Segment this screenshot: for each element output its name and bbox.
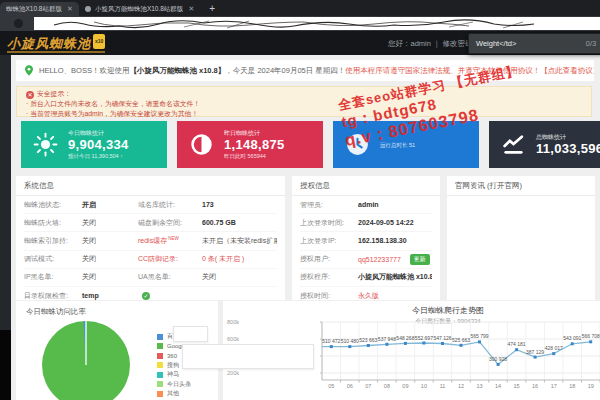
browser-tab-strip: 蜘蛛池X10.8站群版 ✕ 小旋风万能蜘蛛池X10.8站群版 ✕ +	[0, 0, 600, 16]
row-value: 关闭	[82, 254, 134, 264]
panel-title: 系统信息	[16, 176, 285, 196]
browser-tab-2[interactable]: 小旋风万能蜘蛛池X10.8站群版 ✕	[79, 2, 200, 16]
row-label: 蜘蛛防火墙:	[24, 218, 82, 228]
stat-card-label: 今日蜘蛛统计	[68, 129, 129, 138]
row-label: 调试模式:	[24, 254, 82, 264]
svg-text:600k: 600k	[227, 336, 239, 342]
row-value: temp	[82, 292, 134, 299]
row-value: qq512233777	[358, 256, 401, 263]
legend-label: 360	[167, 353, 177, 359]
row-label: redis缓存NEW	[138, 236, 202, 246]
row-label: 授权程序:	[300, 272, 358, 282]
auth-info-rows: 管理员:admin上次登录时间:2024-09-05 14:22上次登录IP:1…	[292, 196, 440, 304]
row-value: 关闭	[202, 272, 216, 282]
panel-title[interactable]: 官网资讯 (打开官网)	[447, 176, 595, 196]
browser-toolbar	[0, 16, 600, 31]
sidebar-strip-lower	[0, 330, 11, 400]
tab-close-icon[interactable]: ✕	[188, 5, 194, 13]
svg-text:12: 12	[458, 383, 464, 389]
extension-icon[interactable]	[14, 19, 23, 28]
legend-item[interactable]: 神马	[157, 370, 191, 380]
protocol-link[interactable]: 【点此查看协议】	[540, 66, 594, 76]
info-row: 蜘蛛池状态:开启域名库统计:173	[24, 196, 277, 214]
site-news-panel: 官网资讯 (打开官网)	[447, 176, 595, 300]
legend-item[interactable]: 其他	[157, 389, 191, 399]
row-label: 授权用户:	[300, 254, 358, 264]
stat-card-label: 总蜘蛛统计	[536, 133, 600, 142]
system-info-panel: 系统信息 蜘蛛池状态:开启域名库统计:173蜘蛛防火墙:关闭磁盘剩余空间:600…	[16, 176, 285, 300]
tab-title: 小旋风万能蜘蛛池X10.8站群版	[95, 5, 184, 14]
logo-version-badge: x10	[93, 34, 105, 49]
find-match-count: 0/3	[586, 39, 596, 48]
row-label: 磁盘剩余空间:	[138, 218, 202, 228]
legend-item[interactable]: 今日头条	[157, 380, 191, 390]
row-label: UA黑名单:	[138, 272, 202, 282]
svg-text:08: 08	[384, 383, 390, 389]
separator: ｜	[433, 39, 440, 48]
overlay-artifact	[173, 326, 208, 342]
find-query[interactable]: Weight</td>	[476, 39, 516, 48]
svg-text:510 472: 510 472	[322, 338, 340, 344]
update-button[interactable]: 更新	[410, 254, 430, 265]
info-row: 调试模式:关闭CC防御记录:0 条( 未开启 )	[24, 251, 277, 269]
row-label: CC防御记录:	[138, 254, 202, 264]
svg-text:566 708: 566 708	[582, 333, 600, 339]
legend-label: 神马	[167, 370, 179, 379]
notice-date: ，今天是 2024年09月05日 星期四！	[225, 66, 345, 76]
svg-text:525 663: 525 663	[452, 337, 470, 343]
favicon	[85, 6, 91, 12]
svg-text:543 091: 543 091	[563, 335, 581, 341]
pie-chart	[36, 315, 136, 400]
info-row: 蜘蛛防火墙:关闭磁盘剩余空间:600.75 GB	[24, 214, 277, 232]
row-label: 蜘蛛索引加持:	[24, 236, 82, 246]
svg-text:510 480: 510 480	[341, 338, 359, 344]
info-row: 管理员:admin	[300, 196, 432, 214]
stat-card-body: 今日蜘蛛统计9,904,334预计今日 11,390,504 ↑	[68, 129, 129, 160]
stat-card-body: 昨日蜘蛛统计1,148,875昨日此时 565944	[224, 129, 285, 160]
row-value: 2024-09-05 14:22	[358, 219, 414, 226]
svg-text:16: 16	[532, 383, 538, 389]
row-label: 目录权限检查:	[24, 291, 82, 301]
svg-text:537 948: 537 948	[378, 336, 396, 342]
row-value: 600.75 GB	[202, 219, 236, 226]
tab-title: 蜘蛛池X10.8站群版	[6, 5, 62, 14]
tab-close-icon[interactable]: ✕	[67, 5, 73, 13]
line-chart-title: 今日蜘蛛爬行走势图	[223, 301, 600, 316]
legend-label: 搜狗	[167, 361, 179, 370]
notice-hello: HELLO、BOSS！欢迎使用	[39, 66, 129, 76]
svg-text:800k: 800k	[227, 319, 239, 325]
svg-text:547 126: 547 126	[433, 335, 451, 341]
info-row: 上次登录时间:2024-09-05 14:22	[300, 214, 432, 232]
row-value: 0 条( 未开启 )	[202, 254, 244, 264]
stat-card-sub: 预计今日 11,390,504 ↑	[68, 153, 129, 160]
stat-card-body: 运行总时长 51	[380, 141, 415, 149]
legend-label: 今日头条	[167, 380, 191, 389]
legend-swatch	[157, 353, 163, 359]
row-label: 蜘蛛池状态:	[24, 200, 82, 210]
svg-text:565 799: 565 799	[470, 333, 488, 339]
stat-card-label: 昨日蜘蛛统计	[224, 129, 285, 138]
row-value: 开启	[82, 200, 134, 210]
overlay-artifact	[182, 344, 314, 369]
panel-title: 授权信息	[292, 176, 440, 196]
new-tag: NEW	[168, 236, 179, 241]
svg-text:14: 14	[495, 383, 501, 389]
sun-icon	[33, 132, 58, 157]
contrast-icon	[189, 132, 214, 157]
row-value: 162.158.138.30	[358, 237, 407, 244]
notice-product: 【小旋风万能蜘蛛池 x10.8】	[129, 66, 225, 76]
new-tab-button[interactable]: +	[209, 2, 215, 16]
stat-card: 昨日蜘蛛统计1,148,875昨日此时 565944	[177, 121, 323, 168]
security-tip-line: · 后台入口文件尚未改名，为确保安全，请重命名该文件！	[26, 99, 582, 109]
browser-find-bar[interactable]: Weight</td> 0/3 ⌃	[468, 33, 600, 54]
app-logo: 小旋风蜘蛛池x10	[7, 34, 105, 53]
notice-law: 使用本程序请遵守国家法律法规、并遵守本软件使用协议！	[345, 66, 540, 76]
row-label: IP黑名单:	[24, 272, 82, 282]
svg-text:428 017: 428 017	[545, 345, 563, 351]
row-label: 管理员:	[300, 200, 358, 210]
stat-cards: 今日蜘蛛统计9,904,334预计今日 11,390,504 ↑昨日蜘蛛统计1,…	[21, 121, 600, 168]
svg-text:19: 19	[588, 383, 594, 389]
stat-card-sub: 运行总时长 51	[380, 142, 415, 149]
browser-tab-1[interactable]: 蜘蛛池X10.8站群版 ✕	[0, 2, 79, 16]
stat-card-value: 11,033,596	[536, 142, 600, 156]
